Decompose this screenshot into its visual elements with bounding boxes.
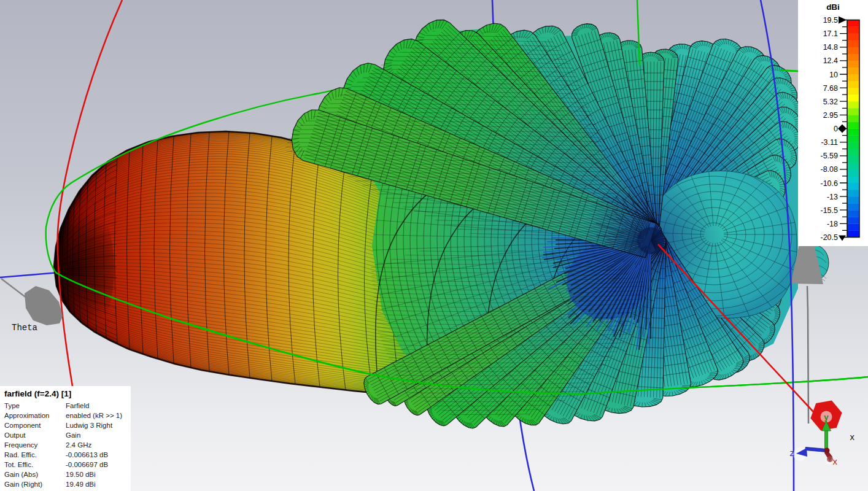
svg-text:-8.08: -8.08 — [821, 165, 839, 174]
svg-text:-20.5: -20.5 — [821, 233, 839, 242]
svg-text:Theta: Theta — [12, 323, 37, 333]
svg-text:dBi: dBi — [826, 2, 840, 12]
svg-text:z: z — [789, 449, 794, 458]
svg-text:-18: -18 — [827, 220, 838, 228]
svg-text:-15.5: -15.5 — [821, 206, 839, 215]
svg-text:14.8: 14.8 — [823, 43, 838, 52]
svg-text:-5.59: -5.59 — [821, 152, 839, 160]
svg-text:7.68: 7.68 — [823, 84, 838, 93]
svg-text:Rad. Effic.: Rad. Effic. — [4, 451, 37, 458]
svg-text:10: 10 — [829, 71, 838, 79]
svg-text:enabled (kR >> 1): enabled (kR >> 1) — [66, 412, 122, 419]
svg-text:-0.006697 dB: -0.006697 dB — [66, 461, 108, 468]
svg-text:Gain (Right): Gain (Right) — [4, 481, 42, 488]
svg-text:Gain (Abs): Gain (Abs) — [4, 471, 38, 478]
svg-text:Component: Component — [4, 422, 41, 429]
svg-text:Farfield: Farfield — [66, 402, 89, 409]
svg-text:19.50 dBi: 19.50 dBi — [66, 471, 96, 478]
svg-text:Frequency: Frequency — [4, 441, 38, 449]
svg-text:Approximation: Approximation — [4, 412, 50, 419]
svg-text:2.95: 2.95 — [823, 111, 838, 120]
svg-text:-10.6: -10.6 — [821, 179, 839, 188]
svg-text:Tot. Effic.: Tot. Effic. — [4, 461, 33, 468]
svg-text:Type: Type — [4, 402, 20, 409]
svg-text:2.4 GHz: 2.4 GHz — [66, 441, 91, 449]
svg-text:-3.11: -3.11 — [821, 138, 838, 147]
svg-text:Output: Output — [4, 431, 26, 439]
svg-text:0: 0 — [834, 125, 838, 133]
svg-text:-13: -13 — [827, 193, 838, 201]
svg-text:12.4: 12.4 — [823, 56, 838, 65]
svg-text:-0.006613 dB: -0.006613 dB — [66, 451, 108, 458]
svg-text:Gain: Gain — [66, 431, 80, 439]
svg-text:farfield (f=2.4) [1]: farfield (f=2.4) [1] — [4, 389, 71, 398]
svg-text:x: x — [850, 433, 854, 443]
svg-text:x: x — [832, 457, 837, 467]
svg-text:Ludwig 3 Right: Ludwig 3 Right — [66, 422, 113, 429]
svg-text:19.5: 19.5 — [823, 16, 838, 25]
svg-text:19.49 dBi: 19.49 dBi — [66, 481, 96, 488]
svg-text:5.32: 5.32 — [823, 98, 838, 106]
svg-text:17.1: 17.1 — [823, 29, 838, 38]
